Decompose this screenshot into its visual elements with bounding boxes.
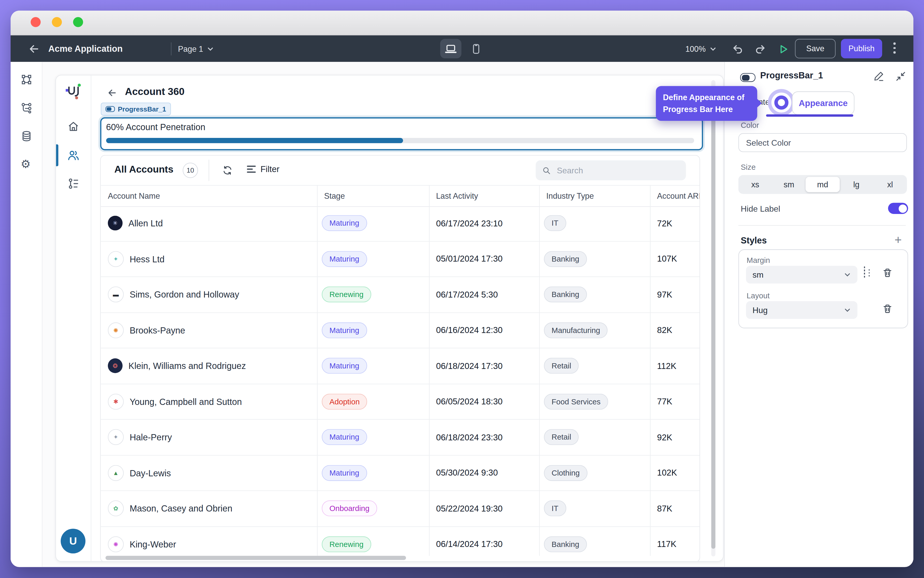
settings-gear-icon[interactable]: ⚙ (21, 159, 31, 170)
delete-layout-button[interactable] (882, 304, 893, 317)
size-option-xl[interactable]: xl (873, 175, 907, 194)
industry-badge: Manufacturing (544, 322, 608, 338)
search-icon (542, 165, 551, 175)
stage-badge: Maturing (322, 358, 367, 374)
nav-accounts-icon[interactable] (67, 149, 79, 164)
maximize-window-button[interactable] (73, 17, 83, 27)
run-button[interactable] (777, 43, 790, 55)
color-label: Color (741, 121, 759, 130)
undo-button[interactable] (731, 43, 744, 55)
table-row[interactable]: ▬Sims, Gordon and HollowayRenewing06/17/… (101, 277, 700, 313)
stage-badge: Renewing (322, 287, 371, 303)
redo-button[interactable] (754, 43, 767, 55)
cell-account-name: ✿Mason, Casey and Obrien (101, 501, 317, 517)
table-row[interactable]: ✦Hale-PerryMaturing06/18/2024 23:30Retai… (101, 420, 700, 455)
table-row[interactable]: ✺Brooks-PayneMaturing06/16/2024 12:30Man… (101, 313, 700, 349)
cell-stage: Maturing (317, 465, 429, 481)
cell-account-arr: 77K (650, 397, 699, 406)
nav-tasks-icon[interactable] (67, 177, 79, 192)
canvas-area: U Account 360 ProgressBar_1 60% Account (42, 62, 724, 567)
user-avatar[interactable]: U (61, 529, 86, 554)
last-activity: 06/18/2024 23:30 (429, 433, 503, 442)
account-name: King-Weber (130, 539, 176, 549)
refresh-button[interactable] (222, 165, 233, 178)
cell-last-activity: 06/05/2024 18:30 (429, 397, 539, 406)
layout-dropdown[interactable]: Hug (746, 301, 858, 319)
table-row[interactable]: ✱Young, Campbell and SuttonAdoption06/05… (101, 384, 700, 420)
cell-stage: Maturing (317, 215, 429, 231)
page-title: Account 360 (125, 86, 185, 98)
hide-label-toggle[interactable] (888, 203, 908, 214)
layout-label: Layout (747, 291, 770, 300)
add-style-button[interactable]: + (895, 233, 902, 247)
size-option-lg[interactable]: lg (840, 175, 873, 194)
spacing-box-icon[interactable] (864, 267, 865, 278)
cell-account-name: ✳Allen Ltd (101, 216, 317, 231)
zoom-level-selector[interactable]: 100% (685, 36, 716, 63)
cell-last-activity: 05/30/2024 9:30 (429, 468, 539, 477)
industry-badge: IT (544, 501, 566, 517)
search-input[interactable] (556, 165, 679, 176)
vertical-scrollbar[interactable] (712, 115, 715, 549)
save-button[interactable]: Save (795, 39, 835, 58)
margin-dropdown[interactable]: sm (746, 266, 858, 283)
cell-stage: Maturing (317, 429, 429, 445)
table-row[interactable]: ✳Allen LtdMaturing06/17/2024 23:10IT72K (101, 206, 700, 241)
color-select-input[interactable]: Select Color (738, 133, 907, 152)
account-arr-value: 97K (650, 290, 672, 299)
column-header[interactable]: Account ARR (650, 192, 699, 200)
account-name: Mason, Casey and Obrien (130, 503, 232, 513)
progressbar-widget[interactable]: 60% Account Penetration (100, 117, 703, 150)
table-row[interactable]: ▲Day-LewisMaturing05/30/2024 9:30Clothin… (101, 455, 700, 491)
stage-badge: Maturing (322, 429, 367, 445)
last-activity: 06/18/2024 17:30 (429, 361, 503, 370)
account-name: Hale-Perry (130, 432, 172, 442)
page-back-arrow-icon[interactable] (107, 88, 117, 100)
size-option-sm[interactable]: sm (772, 175, 806, 194)
filter-icon (247, 166, 256, 173)
editor-content: ⚙ (11, 62, 913, 567)
rename-button[interactable] (873, 71, 884, 84)
back-arrow-icon[interactable] (28, 36, 40, 63)
stage-badge: Maturing (322, 215, 367, 231)
last-activity: 06/05/2024 18:30 (429, 397, 503, 406)
page-selector-label: Page 1 (178, 44, 203, 53)
page-selector[interactable]: Page 1 (178, 36, 214, 63)
column-header[interactable]: Account Name (101, 192, 317, 200)
stage-badge: Onboarding (322, 501, 377, 517)
table-row[interactable]: ✦Hess LtdMaturing05/01/2024 17:30Banking… (101, 241, 700, 277)
close-window-button[interactable] (31, 17, 41, 27)
stage-badge: Maturing (322, 322, 367, 338)
mobile-view-button[interactable] (467, 40, 485, 58)
column-header[interactable]: Last Activity (429, 192, 539, 200)
horizontal-scrollbar[interactable] (105, 556, 406, 560)
nav-home-icon[interactable] (67, 120, 79, 135)
table-row[interactable]: ✿Mason, Casey and ObrienOnboarding05/22/… (101, 491, 700, 527)
size-option-xs[interactable]: xs (738, 175, 772, 194)
column-header[interactable]: Stage (317, 192, 429, 200)
table-row[interactable]: ❂Klein, Williams and RodriguezMaturing06… (101, 348, 700, 384)
size-option-md[interactable]: md (806, 177, 840, 192)
account-arr-value: 117K (650, 539, 676, 549)
progressbar-icon (740, 73, 755, 82)
desktop-backdrop: Acme Application Page 1 100% (0, 0, 924, 578)
collapse-panel-button[interactable] (895, 71, 906, 84)
editor-toolbar: Acme Application Page 1 100% (11, 36, 913, 63)
account-arr-value: 107K (650, 254, 677, 263)
progress-fill (106, 138, 403, 143)
selected-widget-chip[interactable]: ProgressBar_1 (101, 102, 171, 115)
workflow-icon[interactable] (21, 102, 32, 116)
app-main: Account 360 ProgressBar_1 60% Account Pe… (91, 76, 723, 561)
minimize-window-button[interactable] (52, 17, 62, 27)
desktop-view-button[interactable] (440, 39, 462, 58)
cell-industry: Food Services (539, 393, 650, 409)
database-icon[interactable] (21, 130, 32, 144)
filter-button[interactable]: Filter (247, 164, 280, 174)
more-options-button[interactable] (893, 42, 896, 54)
tab-appearance[interactable]: Appearance (792, 91, 854, 115)
column-header[interactable]: Industry Type (539, 192, 650, 200)
publish-button[interactable]: Publish (841, 39, 882, 58)
delete-margin-button[interactable] (882, 268, 893, 281)
cell-stage: Maturing (317, 322, 429, 338)
canvas-frame-icon[interactable] (21, 74, 32, 88)
